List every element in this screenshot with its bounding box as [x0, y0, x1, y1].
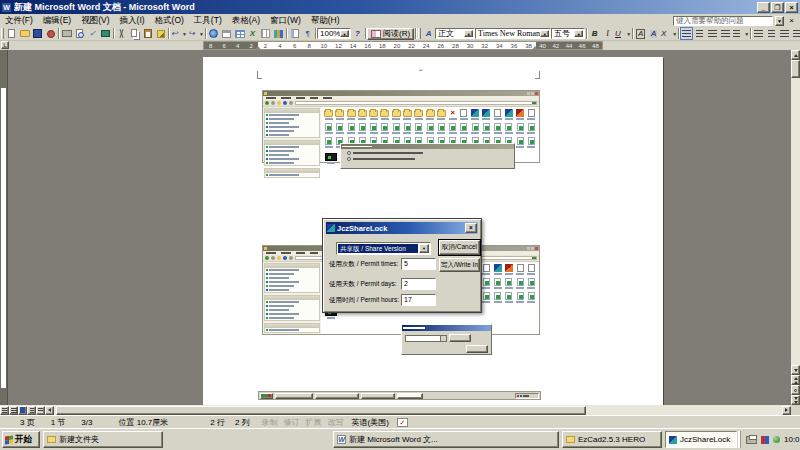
size-combobox[interactable]: 五号▼ — [551, 28, 585, 39]
menu-item-1[interactable]: 编辑(E) — [38, 15, 76, 27]
menu-item-8[interactable]: 帮助(H) — [306, 15, 345, 27]
format-painter-icon[interactable] — [154, 27, 167, 40]
menu-item-7[interactable]: 窗口(W) — [265, 15, 306, 27]
close-button-icon[interactable]: × — [785, 2, 798, 13]
status-mode-3[interactable]: 改写 — [328, 417, 344, 428]
styles-and-formatting-icon[interactable]: A — [422, 27, 435, 40]
font-combobox-dropdown-icon[interactable]: ▼ — [540, 30, 549, 37]
minimize-button-icon[interactable]: _ — [757, 2, 770, 13]
underline-icon[interactable]: U▼ — [614, 27, 631, 40]
align-right-icon[interactable] — [706, 27, 719, 40]
select-browse-object-icon[interactable] — [791, 385, 800, 395]
status-mode-0[interactable]: 录制 — [262, 417, 278, 428]
size-combobox-dropdown-icon[interactable]: ▼ — [574, 30, 583, 37]
vertical-scrollbar[interactable] — [791, 50, 800, 405]
print-icon[interactable] — [60, 27, 73, 40]
menu-item-0[interactable]: 文件(F) — [0, 15, 38, 27]
research-icon[interactable] — [99, 27, 112, 40]
print-layout-view-icon[interactable] — [18, 406, 27, 415]
dialog-field-input-1[interactable]: 2 — [401, 278, 436, 290]
taskbar-button-1[interactable]: W新建 Microsoft Word 文... — [333, 431, 559, 448]
write-in-button[interactable]: 写入/Write In — [439, 258, 480, 272]
embedded-taskbar-screenshot[interactable] — [258, 391, 541, 400]
open-icon[interactable] — [18, 27, 31, 40]
spelling-status-icon[interactable]: ✓ — [397, 418, 408, 427]
dialog-close-icon[interactable]: × — [465, 223, 477, 233]
menu-item-4[interactable]: 格式(O) — [150, 15, 189, 27]
status-tray-icon[interactable] — [773, 436, 780, 443]
style-combobox-dropdown-icon[interactable]: ▼ — [464, 30, 473, 37]
new-document-icon[interactable] — [5, 27, 18, 40]
insert-excel-icon[interactable]: X — [246, 27, 259, 40]
zoom-dropdown-icon[interactable]: ▼ — [340, 30, 349, 37]
dialog-titlebar[interactable]: JczShareLock × — [326, 222, 478, 234]
horizontal-ruler[interactable]: 8642 2468101214161820222426283032343638 … — [203, 41, 603, 50]
undo-icon[interactable]: ↩▼ — [170, 27, 187, 40]
columns-icon[interactable] — [259, 27, 272, 40]
horizontal-scroll-thumb[interactable] — [56, 406, 586, 415]
permission-icon[interactable] — [44, 27, 57, 40]
help-dropdown-icon[interactable]: ▼ — [775, 16, 784, 26]
copy-icon[interactable] — [128, 27, 141, 40]
taskbar-button-2[interactable]: EzCad2.5.3 HERO — [562, 431, 662, 448]
spelling-grammar-icon[interactable]: ✓ — [86, 27, 99, 40]
tables-and-borders-icon[interactable] — [220, 27, 233, 40]
start-button[interactable]: 开始 — [2, 431, 40, 448]
standard-toolbar-handle[interactable] — [1, 28, 4, 39]
bullets-icon[interactable] — [765, 27, 778, 40]
save-icon[interactable] — [31, 27, 44, 40]
numbering-icon[interactable] — [752, 27, 765, 40]
cancel-button[interactable]: 取消/Cancel — [439, 240, 480, 255]
help-question-input[interactable]: 键入需要帮助的问题 — [673, 16, 773, 26]
previous-page-icon[interactable] — [791, 375, 800, 385]
menu-item-5[interactable]: 工具(T) — [189, 15, 227, 27]
vertical-scroll-thumb[interactable] — [791, 60, 800, 78]
language-tray-icon[interactable] — [761, 436, 769, 444]
vertical-ruler[interactable] — [0, 50, 8, 405]
taskbar-button-0[interactable]: 新建文件夹 — [43, 431, 163, 448]
align-justify-icon[interactable] — [680, 27, 693, 40]
italic-icon[interactable]: I — [601, 27, 614, 40]
char-shading-icon[interactable]: A — [647, 27, 660, 40]
next-page-icon[interactable] — [791, 395, 800, 405]
decrease-indent-icon[interactable] — [778, 27, 791, 40]
reading-layout-view-icon[interactable] — [36, 406, 45, 415]
zoom-combobox[interactable]: 100%▼ — [317, 28, 351, 39]
printer-tray-icon[interactable] — [746, 436, 757, 444]
close-document-icon[interactable]: × — [786, 16, 797, 26]
scroll-right-icon[interactable] — [782, 406, 791, 415]
status-language[interactable]: 英语(美国) — [352, 417, 389, 428]
dialog-field-input-0[interactable]: 5 — [401, 258, 436, 270]
web-layout-view-icon[interactable] — [9, 406, 18, 415]
redo-icon[interactable]: ↪▼ — [187, 27, 204, 40]
align-distribute-icon[interactable] — [719, 27, 732, 40]
show-hide-marks-icon[interactable]: ¶ — [301, 27, 314, 40]
dialog-field-input-2[interactable]: 17 — [401, 294, 436, 306]
horizontal-scrollbar[interactable] — [0, 405, 791, 415]
font-combobox[interactable]: Times New Roman▼ — [475, 28, 551, 39]
help-icon[interactable]: ? — [351, 27, 364, 40]
cut-icon[interactable] — [115, 27, 128, 40]
document-map-icon[interactable] — [288, 27, 301, 40]
bold-icon[interactable]: B — [588, 27, 601, 40]
menu-item-2[interactable]: 视图(V) — [76, 15, 114, 27]
menu-item-3[interactable]: 插入(I) — [115, 15, 150, 27]
drawing-icon[interactable] — [272, 27, 285, 40]
align-center-icon[interactable] — [693, 27, 706, 40]
insert-table-icon[interactable] — [233, 27, 246, 40]
formatting-toolbar-handle[interactable] — [418, 28, 421, 39]
scroll-down-icon[interactable] — [791, 365, 800, 375]
scroll-up-icon[interactable] — [791, 50, 800, 60]
style-combobox[interactable]: 正文▼ — [435, 28, 475, 39]
increase-indent-icon[interactable] — [791, 27, 800, 40]
status-mode-2[interactable]: 扩展 — [306, 417, 322, 428]
restore-button-icon[interactable]: ❐ — [771, 2, 784, 13]
outline-view-icon[interactable] — [27, 406, 36, 415]
menu-item-6[interactable]: 表格(A) — [227, 15, 265, 27]
paste-icon[interactable] — [141, 27, 154, 40]
read-layout-button[interactable]: 阅读(R) — [367, 28, 414, 40]
status-mode-1[interactable]: 修订 — [284, 417, 300, 428]
char-scale-icon[interactable]: X▼ — [660, 27, 677, 40]
char-border-icon[interactable]: A — [634, 27, 647, 40]
line-spacing-icon[interactable]: ▼ — [732, 27, 749, 40]
